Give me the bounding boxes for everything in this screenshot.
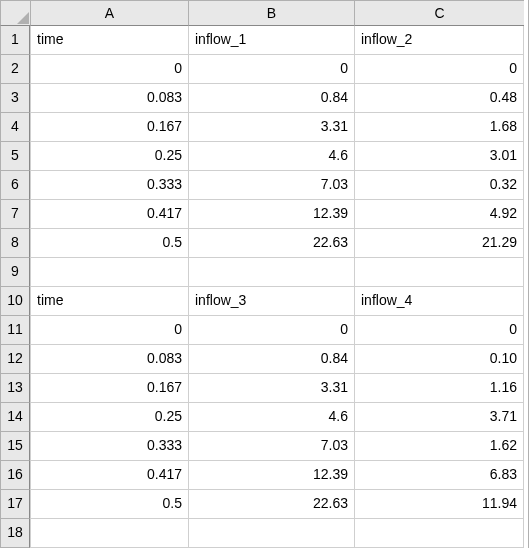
col-header-C[interactable]: C — [354, 0, 524, 26]
select-all-corner[interactable] — [0, 0, 30, 26]
row-header-12[interactable]: 12 — [0, 345, 30, 374]
cell-B4[interactable]: 3.31 — [188, 113, 354, 142]
row-header-5[interactable]: 5 — [0, 142, 30, 171]
cell-A17[interactable]: 0.5 — [30, 490, 188, 519]
row-header-17[interactable]: 17 — [0, 490, 30, 519]
cell-C12[interactable]: 0.10 — [354, 345, 524, 374]
cell-C7[interactable]: 4.92 — [354, 200, 524, 229]
cell-A18[interactable] — [30, 519, 188, 548]
cell-B13[interactable]: 3.31 — [188, 374, 354, 403]
spreadsheet-grid: A B C 1timeinflow_1inflow_2200030.0830.8… — [0, 0, 529, 548]
row-header-6[interactable]: 6 — [0, 171, 30, 200]
row-header-18[interactable]: 18 — [0, 519, 30, 548]
cell-A12[interactable]: 0.083 — [30, 345, 188, 374]
cell-A11[interactable]: 0 — [30, 316, 188, 345]
cell-A5[interactable]: 0.25 — [30, 142, 188, 171]
cell-B7[interactable]: 12.39 — [188, 200, 354, 229]
cell-B11[interactable]: 0 — [188, 316, 354, 345]
row-header-7[interactable]: 7 — [0, 200, 30, 229]
cell-B8[interactable]: 22.63 — [188, 229, 354, 258]
cell-B12[interactable]: 0.84 — [188, 345, 354, 374]
col-header-B[interactable]: B — [188, 0, 354, 26]
cell-C9[interactable] — [354, 258, 524, 287]
row-header-4[interactable]: 4 — [0, 113, 30, 142]
cell-A3[interactable]: 0.083 — [30, 84, 188, 113]
row-header-9[interactable]: 9 — [0, 258, 30, 287]
cell-A13[interactable]: 0.167 — [30, 374, 188, 403]
cell-C17[interactable]: 11.94 — [354, 490, 524, 519]
cell-C11[interactable]: 0 — [354, 316, 524, 345]
row-header-1[interactable]: 1 — [0, 26, 30, 55]
cell-B17[interactable]: 22.63 — [188, 490, 354, 519]
cell-C14[interactable]: 3.71 — [354, 403, 524, 432]
cell-B16[interactable]: 12.39 — [188, 461, 354, 490]
cell-C3[interactable]: 0.48 — [354, 84, 524, 113]
cell-B15[interactable]: 7.03 — [188, 432, 354, 461]
row-header-10[interactable]: 10 — [0, 287, 30, 316]
cell-C5[interactable]: 3.01 — [354, 142, 524, 171]
cell-C18[interactable] — [354, 519, 524, 548]
cell-C1[interactable]: inflow_2 — [354, 26, 524, 55]
cell-A9[interactable] — [30, 258, 188, 287]
cell-A14[interactable]: 0.25 — [30, 403, 188, 432]
cell-B6[interactable]: 7.03 — [188, 171, 354, 200]
select-all-icon — [17, 12, 29, 24]
row-header-2[interactable]: 2 — [0, 55, 30, 84]
cell-B3[interactable]: 0.84 — [188, 84, 354, 113]
cell-A15[interactable]: 0.333 — [30, 432, 188, 461]
row-header-15[interactable]: 15 — [0, 432, 30, 461]
cell-C16[interactable]: 6.83 — [354, 461, 524, 490]
cell-B14[interactable]: 4.6 — [188, 403, 354, 432]
cell-C6[interactable]: 0.32 — [354, 171, 524, 200]
cell-B9[interactable] — [188, 258, 354, 287]
cell-C15[interactable]: 1.62 — [354, 432, 524, 461]
cell-A10[interactable]: time — [30, 287, 188, 316]
cell-C10[interactable]: inflow_4 — [354, 287, 524, 316]
row-header-16[interactable]: 16 — [0, 461, 30, 490]
cell-C13[interactable]: 1.16 — [354, 374, 524, 403]
cell-B5[interactable]: 4.6 — [188, 142, 354, 171]
cell-B2[interactable]: 0 — [188, 55, 354, 84]
cell-B1[interactable]: inflow_1 — [188, 26, 354, 55]
cell-A6[interactable]: 0.333 — [30, 171, 188, 200]
cell-C2[interactable]: 0 — [354, 55, 524, 84]
cell-A2[interactable]: 0 — [30, 55, 188, 84]
cell-A4[interactable]: 0.167 — [30, 113, 188, 142]
col-header-A[interactable]: A — [30, 0, 188, 26]
row-header-11[interactable]: 11 — [0, 316, 30, 345]
cell-B18[interactable] — [188, 519, 354, 548]
row-header-8[interactable]: 8 — [0, 229, 30, 258]
cell-B10[interactable]: inflow_3 — [188, 287, 354, 316]
row-header-14[interactable]: 14 — [0, 403, 30, 432]
cell-A8[interactable]: 0.5 — [30, 229, 188, 258]
cell-A16[interactable]: 0.417 — [30, 461, 188, 490]
row-header-13[interactable]: 13 — [0, 374, 30, 403]
row-header-3[interactable]: 3 — [0, 84, 30, 113]
cell-A1[interactable]: time — [30, 26, 188, 55]
cell-C4[interactable]: 1.68 — [354, 113, 524, 142]
cell-C8[interactable]: 21.29 — [354, 229, 524, 258]
cell-A7[interactable]: 0.417 — [30, 200, 188, 229]
